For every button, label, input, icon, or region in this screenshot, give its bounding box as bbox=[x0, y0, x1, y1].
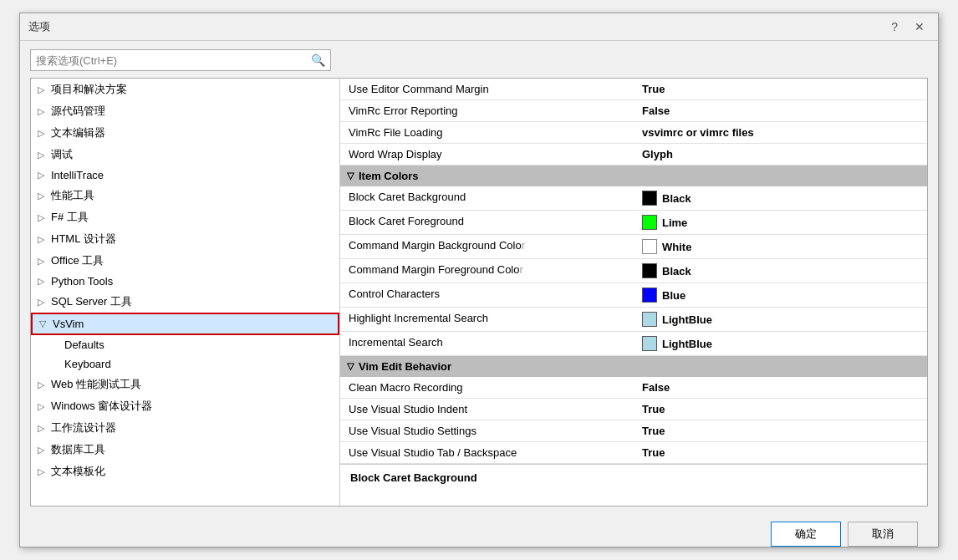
section-collapse-icon: ▽ bbox=[347, 171, 354, 181]
tree-item-label: F# 工具 bbox=[51, 210, 89, 225]
prop-value: Lime bbox=[634, 211, 927, 234]
tree-item-sql[interactable]: ▷ SQL Server 工具 bbox=[31, 291, 339, 313]
tree-item-label: HTML 设计器 bbox=[51, 232, 116, 247]
prop-name: Block Caret Background bbox=[340, 186, 634, 210]
prop-name: VimRc Error Reporting bbox=[340, 100, 634, 121]
prop-row-cmd-margin-bg: Command Margin Background Color White bbox=[340, 235, 927, 259]
prop-name: Word Wrap Display bbox=[340, 144, 634, 165]
tree-item-defaults[interactable]: Defaults bbox=[31, 335, 339, 354]
prop-value: Black bbox=[634, 259, 927, 283]
dialog-body: 🔍 ▷ 项目和解决方案 ▷ 源代码管理 ▷ 文本编辑器 bbox=[20, 41, 938, 560]
cancel-button[interactable]: 取消 bbox=[848, 522, 918, 547]
prop-name: VimRc File Loading bbox=[340, 122, 634, 143]
tree-item-project[interactable]: ▷ 项目和解决方案 bbox=[31, 79, 339, 100]
arrow-icon: ▷ bbox=[38, 170, 48, 181]
tree-item-label: Defaults bbox=[64, 339, 104, 351]
right-scroll[interactable]: Use Editor Command Margin True VimRc Err… bbox=[340, 79, 927, 464]
prop-name: Use Visual Studio Settings bbox=[340, 420, 634, 441]
color-swatch bbox=[642, 336, 657, 351]
arrow-icon: ▷ bbox=[38, 379, 48, 390]
arrow-icon: ▷ bbox=[38, 256, 48, 267]
tree-item-perf[interactable]: ▷ 性能工具 bbox=[31, 185, 339, 206]
tree-item-vsvim[interactable]: ▽ VsVim bbox=[31, 313, 339, 335]
tree-item-label: Web 性能测试工具 bbox=[51, 377, 141, 392]
tree-item-label: 工作流设计器 bbox=[51, 420, 116, 435]
ok-button[interactable]: 确定 bbox=[771, 522, 841, 547]
tree-item-source[interactable]: ▷ 源代码管理 bbox=[31, 100, 339, 122]
arrow-icon: ▷ bbox=[38, 445, 48, 456]
tree-item-workflow[interactable]: ▷ 工作流设计器 bbox=[31, 417, 339, 439]
arrow-icon: ▷ bbox=[38, 423, 48, 434]
arrow-icon: ▷ bbox=[38, 106, 48, 117]
prop-row-use-editor: Use Editor Command Margin True bbox=[340, 79, 927, 100]
right-panel: Use Editor Command Margin True VimRc Err… bbox=[340, 79, 927, 506]
tree-item-template[interactable]: ▷ 文本模板化 bbox=[31, 461, 339, 482]
section-label: Item Colors bbox=[359, 170, 419, 182]
content-area: ▷ 项目和解决方案 ▷ 源代码管理 ▷ 文本编辑器 ▷ 调试 bbox=[30, 78, 928, 507]
search-bar[interactable]: 🔍 bbox=[30, 49, 331, 71]
tree-item-label: SQL Server 工具 bbox=[51, 294, 132, 309]
close-button[interactable]: ✕ bbox=[910, 18, 930, 35]
prop-name: Use Editor Command Margin bbox=[340, 79, 634, 99]
footer: 确定 取消 bbox=[30, 513, 928, 557]
title-bar: 选项 ? ✕ bbox=[20, 13, 938, 41]
search-input[interactable] bbox=[36, 54, 311, 67]
prop-name: Clean Macro Recording bbox=[340, 377, 634, 398]
prop-row-cmd-margin-fg: Command Margin Foreground Color Black bbox=[340, 259, 927, 283]
prop-name: Command Margin Background Color bbox=[340, 235, 634, 258]
arrow-icon: ▷ bbox=[38, 84, 48, 95]
tree-item-python[interactable]: ▷ Python Tools bbox=[31, 272, 339, 291]
tree-item-label: IntelliTrace bbox=[51, 169, 104, 181]
title-controls: ? ✕ bbox=[886, 18, 930, 35]
arrow-icon: ▷ bbox=[38, 401, 48, 412]
tree-item-texteditor[interactable]: ▷ 文本编辑器 bbox=[31, 122, 339, 144]
tree-item-label: Keyboard bbox=[64, 358, 111, 370]
prop-name: Highlight Incremental Search bbox=[340, 308, 634, 331]
prop-row-word-wrap: Word Wrap Display Glyph bbox=[340, 144, 927, 165]
tree-item-office[interactable]: ▷ Office 工具 bbox=[31, 250, 339, 272]
tree-item-html[interactable]: ▷ HTML 设计器 bbox=[31, 228, 339, 250]
tree-item-label: 性能工具 bbox=[51, 188, 94, 203]
section-item-colors[interactable]: ▽ Item Colors bbox=[340, 165, 927, 186]
prop-value: LightBlue bbox=[634, 308, 927, 331]
description-text: Block Caret Background bbox=[350, 471, 477, 484]
arrow-icon: ▷ bbox=[38, 212, 48, 223]
tree-item-label: Windows 窗体设计器 bbox=[51, 399, 152, 414]
tree-item-label: 文本编辑器 bbox=[51, 125, 105, 140]
prop-value: White bbox=[634, 235, 927, 258]
tree-item-label: 调试 bbox=[51, 147, 73, 162]
dialog-title: 选项 bbox=[28, 19, 50, 34]
tree-item-debug[interactable]: ▷ 调试 bbox=[31, 144, 339, 165]
arrow-icon: ▷ bbox=[38, 128, 48, 139]
tree-item-keyboard[interactable]: Keyboard bbox=[31, 354, 339, 374]
prop-value: True bbox=[634, 399, 927, 420]
tree-item-winforms[interactable]: ▷ Windows 窗体设计器 bbox=[31, 395, 339, 417]
prop-row-vs-tab: Use Visual Studio Tab / Backspace True bbox=[340, 442, 927, 464]
description-area: Block Caret Background bbox=[340, 464, 927, 506]
color-swatch bbox=[642, 312, 657, 327]
prop-value: Blue bbox=[634, 283, 927, 307]
prop-row-control-chars: Control Characters Blue bbox=[340, 283, 927, 308]
prop-value: Glyph bbox=[634, 144, 927, 165]
prop-name: Incremental Search bbox=[340, 332, 634, 355]
tree-item-database[interactable]: ▷ 数据库工具 bbox=[31, 439, 339, 461]
prop-value: LightBlue bbox=[634, 332, 927, 355]
prop-value: Black bbox=[634, 186, 927, 210]
tree-item-label: 源代码管理 bbox=[51, 104, 105, 119]
tree-item-intellitrace[interactable]: ▷ IntelliTrace bbox=[31, 165, 339, 185]
prop-row-highlight-search: Highlight Incremental Search LightBlue bbox=[340, 308, 927, 332]
prop-row-vimrc-error: VimRc Error Reporting False bbox=[340, 100, 927, 122]
arrow-icon: ▽ bbox=[39, 318, 49, 329]
arrow-icon: ▷ bbox=[38, 150, 48, 160]
tree-item-webperf[interactable]: ▷ Web 性能测试工具 bbox=[31, 374, 339, 395]
help-button[interactable]: ? bbox=[886, 18, 903, 35]
tree-item-fsharp[interactable]: ▷ F# 工具 bbox=[31, 206, 339, 228]
tree-scroll[interactable]: ▷ 项目和解决方案 ▷ 源代码管理 ▷ 文本编辑器 ▷ 调试 bbox=[31, 79, 339, 506]
prop-name: Block Caret Foreground bbox=[340, 211, 634, 234]
color-swatch bbox=[642, 215, 657, 230]
prop-name: Control Characters bbox=[340, 283, 634, 307]
prop-value: False bbox=[634, 100, 927, 121]
section-vim-edit[interactable]: ▽ Vim Edit Behavior bbox=[340, 356, 927, 377]
prop-row-incremental-search: Incremental Search LightBlue bbox=[340, 332, 927, 356]
color-swatch bbox=[642, 191, 657, 206]
